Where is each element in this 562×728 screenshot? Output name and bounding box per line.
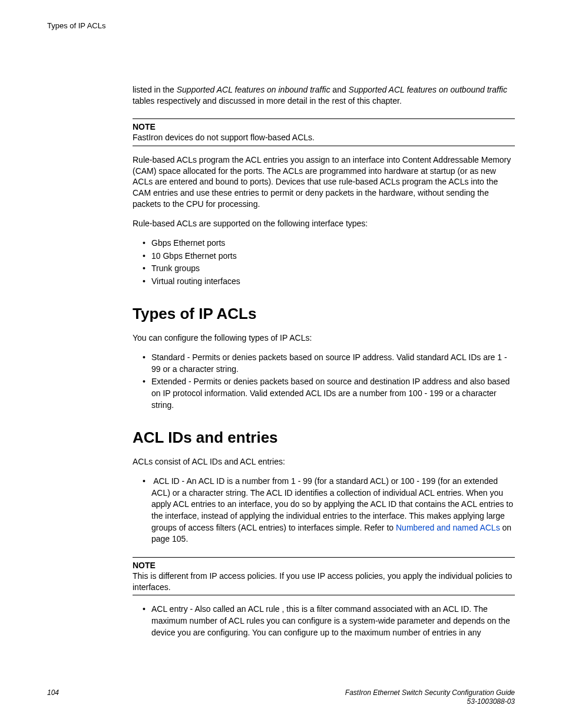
list-item: ACL ID - An ACL ID is a number from 1 - … — [133, 476, 515, 545]
page-number: 104 — [47, 689, 59, 697]
divider — [133, 557, 515, 558]
divider — [133, 595, 515, 595]
acl-ids-list-cont: ACL entry - Also called an ACL rule , th… — [133, 604, 515, 638]
acl-types-list: Standard - Permits or denies packets bas… — [133, 352, 515, 411]
note-text: This is different from IP access policie… — [133, 571, 515, 593]
note-label: NOTE — [133, 561, 156, 570]
list-item: ACL entry - Also called an ACL rule , th… — [133, 604, 515, 638]
heading-types-of-ip-acls: Types of IP ACLs — [133, 305, 515, 323]
divider — [133, 146, 515, 146]
body-paragraph: You can configure the following types of… — [133, 332, 515, 344]
list-item: Extended - Permits or denies packets bas… — [133, 376, 515, 411]
list-item: Trunk groups — [133, 263, 515, 275]
divider — [133, 118, 515, 119]
footer-line-2: 53-1003088-03 — [345, 697, 515, 707]
page-footer: 104 FastIron Ethernet Switch Security Co… — [47, 689, 515, 707]
italic-ref-2: Supported ACL features on outbound traff… — [349, 85, 507, 94]
note-text: FastIron devices do not support flow-bas… — [133, 132, 515, 143]
heading-acl-ids-and-entries: ACL IDs and entries — [133, 429, 515, 447]
body-paragraph: Rule-based ACLs are supported on the fol… — [133, 218, 515, 229]
list-item: 10 Gbps Ethernet ports — [133, 251, 515, 262]
note-block: NOTE This is different from IP access po… — [133, 557, 515, 596]
list-item: Virtual routing interfaces — [133, 276, 515, 288]
list-item: Standard - Permits or denies packets bas… — [133, 352, 515, 375]
italic-ref-1: Supported ACL features on inbound traffi… — [177, 85, 330, 94]
note-block: NOTE FastIron devices do not support flo… — [133, 118, 515, 146]
text: listed in the — [133, 85, 177, 94]
cross-ref-link[interactable]: Numbered and named ACLs — [396, 523, 500, 532]
footer-line-1: FastIron Ethernet Switch Security Config… — [345, 689, 515, 698]
body-paragraph: ACLs consist of ACL IDs and ACL entries: — [133, 456, 515, 467]
text: tables respectively and discussed in mor… — [133, 96, 402, 106]
text: and — [330, 85, 348, 94]
intro-paragraph: listed in the Supported ACL features on … — [133, 84, 515, 107]
note-label: NOTE — [133, 122, 156, 131]
running-header: Types of IP ACLs — [47, 21, 515, 30]
list-item: Gbps Ethernet ports — [133, 238, 515, 249]
footer-guide-title: FastIron Ethernet Switch Security Config… — [345, 689, 515, 707]
interface-types-list: Gbps Ethernet ports 10 Gbps Ethernet por… — [133, 238, 515, 287]
body-paragraph: Rule-based ACLs program the ACL entries … — [133, 154, 515, 210]
acl-ids-list: ACL ID - An ACL ID is a number from 1 - … — [133, 476, 515, 545]
